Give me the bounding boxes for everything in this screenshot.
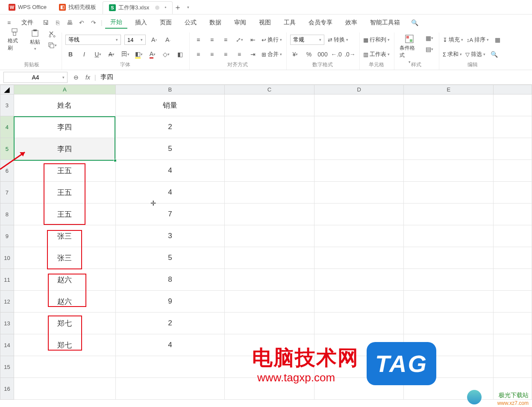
align-right-button[interactable]: ≡ [220,50,231,59]
cell[interactable] [225,94,314,116]
cell[interactable] [225,204,314,225]
format-painter-button[interactable]: 格式刷 [6,27,23,53]
print-icon[interactable]: 🖶 [65,18,74,27]
cell[interactable]: 张三 [14,247,115,269]
cell[interactable] [225,138,314,160]
find-button[interactable]: 🔍 [489,50,499,59]
menu-insert[interactable]: 插入 [130,17,152,28]
menu-start[interactable]: 开始 [105,17,127,29]
decrease-font-button[interactable]: A- [163,35,173,44]
tab-wps-home[interactable]: W WPS Office [3,0,53,14]
share-icon[interactable]: ⎘ [53,18,62,27]
cell[interactable]: 4 [115,160,225,182]
fill-handle[interactable] [114,159,117,162]
cond-format-button[interactable]: 条件格式▾ [398,33,421,65]
cell[interactable] [314,291,404,313]
comma-button[interactable]: 000 [317,50,328,59]
align-left-button[interactable]: ≡ [193,50,203,59]
merge-button[interactable]: ⊞合并▾ [262,50,282,58]
cell[interactable] [225,247,314,269]
cell[interactable] [225,291,314,313]
formula-input[interactable]: 李四 [100,73,113,81]
cell[interactable] [225,182,314,204]
decrease-decimal-button[interactable]: .0→ [345,50,355,59]
row-header[interactable]: 3 [0,94,14,116]
cell[interactable]: 2 [115,116,225,138]
cell[interactable]: 4 [115,182,225,204]
cell[interactable]: 姓名 [14,94,115,116]
cell[interactable] [494,269,532,291]
cell[interactable] [314,247,404,269]
row-header[interactable]: 4 [0,116,14,138]
menu-efficiency[interactable]: 效率 [340,17,362,28]
cell[interactable] [494,356,532,378]
col-header-d[interactable]: D [314,85,404,94]
cell[interactable]: 8 [115,269,225,291]
increase-font-button[interactable]: A+ [149,35,159,44]
cell[interactable] [314,160,404,182]
cut-button[interactable] [47,29,57,39]
cell[interactable] [494,182,532,204]
cell[interactable] [404,247,494,269]
italic-button[interactable]: I [79,50,89,59]
cell[interactable] [404,138,494,160]
cell[interactable]: 5 [115,247,225,269]
align-bottom-button[interactable]: ≡ [220,35,231,44]
cell[interactable] [494,225,532,247]
cell[interactable] [494,160,532,182]
row-header[interactable]: 9 [0,225,14,247]
cell[interactable] [494,247,532,269]
cell[interactable] [314,94,404,116]
cell[interactable]: 张三 [14,225,115,247]
cell[interactable] [494,334,532,356]
col-header-f[interactable] [494,85,532,94]
cell[interactable] [494,138,532,160]
orientation-button[interactable]: ⤢▾ [234,35,244,44]
wrap-text-button[interactable]: ↩换行▾ [262,36,282,44]
cell[interactable]: 2 [115,313,225,334]
align-middle-button[interactable]: ≡ [207,35,217,44]
cell[interactable]: 3 [115,225,225,247]
cell[interactable] [314,225,404,247]
row-header[interactable]: 7 [0,182,14,204]
copy-button[interactable]: ▾ [47,41,57,50]
cell[interactable]: 王五 [14,204,115,225]
percent-button[interactable]: % [304,50,314,59]
cell[interactable] [404,291,494,313]
align-top-button[interactable]: ≡ [193,35,203,44]
worksheet-button[interactable]: ▥工作表▾ [363,50,390,58]
row-header[interactable]: 13 [0,313,14,334]
paste-button[interactable]: 粘贴▾ [26,28,44,52]
cell[interactable] [314,313,404,334]
cell[interactable] [494,204,532,225]
menu-tools[interactable]: 工具 [279,17,301,28]
cell[interactable]: 李四 [14,116,115,138]
indent-dec-button[interactable]: ⇤ [248,35,258,44]
cell[interactable]: 王五 [14,182,115,204]
cell[interactable]: 郑七 [14,313,115,334]
new-tab-button[interactable]: ＋ [173,0,183,14]
col-header-c[interactable]: C [225,85,314,94]
cell[interactable]: 赵六 [14,269,115,291]
cell[interactable] [14,378,115,400]
clear-format-button[interactable]: ◧ [175,50,185,59]
cell[interactable] [404,269,494,291]
redo-icon[interactable]: ↷ [89,18,98,27]
cell[interactable] [404,204,494,225]
cell[interactable] [494,94,532,116]
cell[interactable] [404,116,494,138]
freeze-button[interactable]: ▦ [492,35,503,44]
cell[interactable] [314,269,404,291]
search-icon[interactable]: 🔍 [410,18,420,27]
currency-button[interactable]: ¥▾ [290,50,300,59]
cell[interactable] [314,182,404,204]
undo-icon[interactable]: ↶ [77,18,86,27]
cell[interactable]: 赵六 [14,291,115,313]
cell[interactable] [14,356,115,378]
font-family-select[interactable]: 等线▾ [65,35,121,45]
cell[interactable] [314,116,404,138]
cell[interactable]: 9 [115,291,225,313]
tab-daoke[interactable]: ◧ 找稻壳模板 [53,0,103,14]
col-header-b[interactable]: B [115,85,225,94]
cell[interactable]: 销量 [115,94,225,116]
